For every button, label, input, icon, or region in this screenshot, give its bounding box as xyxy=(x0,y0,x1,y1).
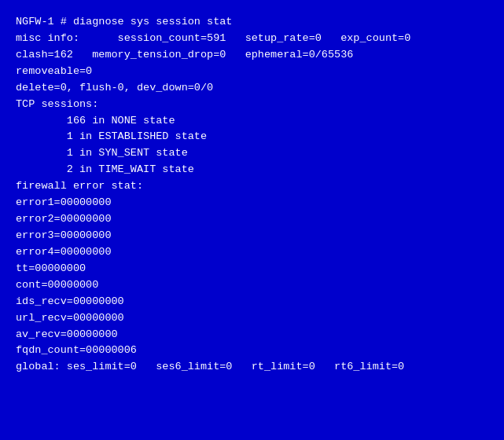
terminal-line-firewall: firewall error stat: xyxy=(16,178,488,195)
terminal-line-ids_recv: ids_recv=00000000 xyxy=(16,294,488,310)
terminal-line-misc: misc info: session_count=591 setup_rate=… xyxy=(16,31,488,47)
terminal-line-state2: 1 in ESTABLISHED state xyxy=(16,129,488,145)
terminal-window: NGFW-1 # diagnose sys session statmisc i… xyxy=(0,0,504,440)
terminal-line-error1: error1=00000000 xyxy=(16,195,488,211)
terminal-line-cmd: NGFW-1 # diagnose sys session stat xyxy=(16,14,488,31)
terminal-line-tcp: TCP sessions: xyxy=(16,97,488,113)
terminal-line-global: global: ses_limit=0 ses6_limit=0 rt_limi… xyxy=(16,359,488,376)
terminal-line-av_recv: av_recv=00000000 xyxy=(16,327,488,343)
terminal-line-url_recv: url_recv=00000000 xyxy=(16,310,488,327)
terminal-line-removeable: removeable=0 xyxy=(16,64,488,80)
terminal-line-state4: 2 in TIME_WAIT state xyxy=(16,162,488,178)
terminal-line-fqdn_count: fqdn_count=00000006 xyxy=(16,343,488,359)
terminal-line-cont: cont=00000000 xyxy=(16,277,488,294)
terminal-line-error2: error2=00000000 xyxy=(16,211,488,228)
terminal-line-state1: 166 in NONE state xyxy=(16,113,488,130)
terminal-line-state3: 1 in SYN_SENT state xyxy=(16,145,488,162)
terminal-line-error3: error3=00000000 xyxy=(16,228,488,244)
terminal-line-delete: delete=0, flush-0, dev_down=0/0 xyxy=(16,80,488,97)
terminal-line-tt: tt=00000000 xyxy=(16,261,488,277)
terminal-line-error4: error4=00000000 xyxy=(16,244,488,261)
terminal-line-clash: clash=162 memory_tension_drop=0 ephemera… xyxy=(16,47,488,64)
